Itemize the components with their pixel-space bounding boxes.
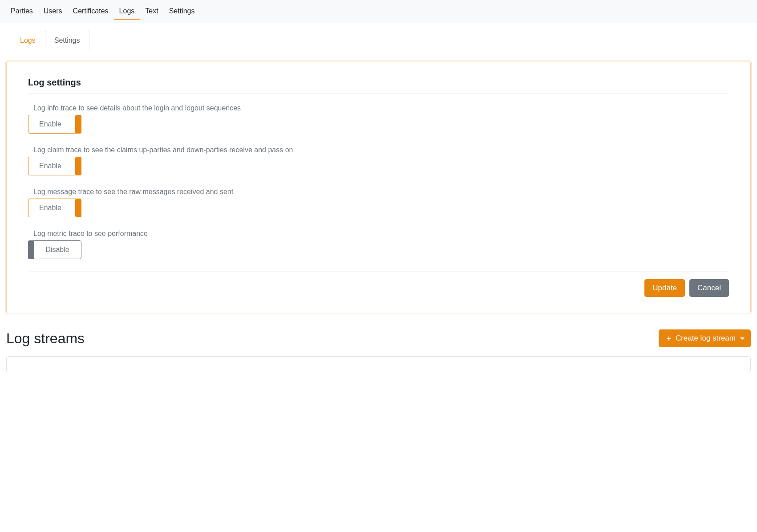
- divider: [28, 272, 729, 272]
- plus-icon: ＋: [665, 333, 673, 344]
- toggle-handle: [75, 157, 81, 175]
- log-streams-list: [6, 356, 751, 372]
- toggle-handle: [75, 199, 81, 217]
- top-nav: Parties Users Certificates Logs Text Set…: [0, 0, 757, 23]
- toggle-label: Disable: [45, 246, 69, 254]
- setting-info-trace: Log info trace to see details about the …: [28, 104, 729, 134]
- nav-certificates[interactable]: Certificates: [68, 4, 114, 20]
- log-settings-panel: Log settings Log info trace to see detai…: [6, 61, 751, 313]
- chevron-down-icon: [740, 337, 745, 340]
- setting-message-trace: Log message trace to see the raw message…: [28, 188, 729, 217]
- update-button[interactable]: Update: [644, 279, 685, 297]
- create-log-stream-label: Create log stream: [676, 334, 736, 343]
- setting-claim-trace-desc: Log claim trace to see the claims up-par…: [33, 146, 729, 154]
- nav-settings[interactable]: Settings: [164, 4, 200, 20]
- nav-logs[interactable]: Logs: [114, 4, 140, 20]
- toggle-handle: [28, 240, 34, 259]
- setting-claim-trace: Log claim trace to see the claims up-par…: [28, 146, 729, 175]
- nav-users[interactable]: Users: [38, 4, 68, 20]
- log-settings-title: Log settings: [28, 77, 729, 88]
- nav-text[interactable]: Text: [140, 4, 163, 20]
- setting-info-trace-toggle[interactable]: Enable: [28, 115, 81, 134]
- setting-info-trace-desc: Log info trace to see details about the …: [33, 104, 729, 112]
- subtabs: Logs Settings: [5, 30, 752, 50]
- log-streams-title: Log streams: [6, 330, 85, 347]
- toggle-label: Enable: [39, 204, 61, 212]
- toggle-handle: [75, 115, 81, 134]
- subtab-logs[interactable]: Logs: [11, 31, 45, 50]
- divider: [28, 93, 729, 93]
- toggle-label: Enable: [39, 162, 61, 170]
- create-log-stream-button[interactable]: ＋ Create log stream: [659, 329, 751, 347]
- log-streams-header: Log streams ＋ Create log stream: [6, 329, 751, 347]
- cancel-button[interactable]: Cancel: [689, 279, 729, 297]
- nav-parties[interactable]: Parties: [5, 4, 38, 20]
- setting-metric-trace: Log metric trace to see performance Disa…: [28, 230, 729, 259]
- actions-row: Update Cancel: [28, 279, 729, 297]
- setting-metric-trace-toggle[interactable]: Disable: [28, 240, 81, 259]
- setting-claim-trace-toggle[interactable]: Enable: [28, 157, 81, 175]
- setting-message-trace-desc: Log message trace to see the raw message…: [33, 188, 729, 196]
- setting-metric-trace-desc: Log metric trace to see performance: [33, 230, 729, 238]
- subtab-settings[interactable]: Settings: [45, 31, 89, 50]
- toggle-label: Enable: [39, 120, 61, 128]
- setting-message-trace-toggle[interactable]: Enable: [28, 199, 81, 217]
